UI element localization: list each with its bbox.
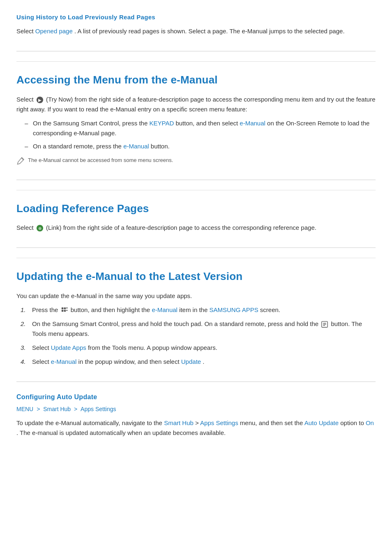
svg-rect-9 — [66, 310, 67, 311]
updating-intro: You can update the e-Manual in the same … — [16, 291, 376, 301]
bullet2-pre: On a standard remote, press the — [33, 143, 123, 150]
emanual-keyword-2: e-Manual — [123, 143, 149, 150]
accessing-menu-section: Accessing the Menu from the e-Manual Sel… — [16, 61, 376, 165]
svg-text:▶: ▶ — [38, 98, 42, 102]
try-now-icon: ▶ — [36, 96, 44, 104]
link-icon: ⊕ — [36, 224, 44, 232]
breadcrumb-smarthub[interactable]: Smart Hub — [43, 406, 71, 412]
step1-apps: SAMSUNG APPS — [209, 306, 258, 313]
step-1: 1. Press the button, and then highlight … — [21, 305, 376, 315]
note-text: The e-Manual cannot be accessed from som… — [28, 156, 173, 165]
step3-update-apps: Update Apps — [51, 344, 86, 351]
loading-paragraph: Select ⊕ (Link) from the right side of a… — [16, 223, 376, 233]
step4-pre: Select — [32, 358, 51, 365]
svg-rect-7 — [64, 310, 66, 312]
section-divider-1 — [16, 51, 376, 51]
auto-update-paragraph: To update the e-Manual automatically, na… — [16, 418, 376, 438]
step-4: 4. Select e-Manual in the popup window, … — [21, 357, 376, 367]
step2-text: On the Samsung Smart Control, press and … — [32, 320, 320, 327]
history-paragraph: Select Opened page . A list of previousl… — [16, 26, 376, 36]
updating-title: Updating the e-Manual to the Latest Vers… — [16, 268, 376, 285]
section-divider-2 — [16, 180, 376, 180]
breadcrumb-menu[interactable]: MENU — [16, 406, 33, 412]
bullet-item-1: On the Samsung Smart Control, press the … — [25, 118, 376, 138]
history-section: Using History to Load Previously Read Pa… — [16, 12, 376, 36]
pencil-icon — [16, 157, 25, 165]
step-3: 3. Select Update Apps from the Tools men… — [21, 343, 376, 353]
step1-emanual: e-Manual — [152, 306, 178, 313]
auto-apps-settings: Apps Settings — [200, 419, 238, 426]
step1-post: item in the — [179, 306, 209, 313]
step4-emanual: e-Manual — [51, 358, 77, 365]
step1-end: screen. — [260, 306, 280, 313]
auto-para-pre: To update the e-Manual automatically, na… — [16, 419, 164, 426]
step3-pre: Select — [32, 344, 51, 351]
auto-end: . The e-manual is updated automatically … — [16, 429, 226, 436]
breadcrumb: MENU > Smart Hub > Apps Settings — [16, 405, 376, 414]
loading-para-post: (Link) from the right side of a feature-… — [46, 224, 316, 231]
keypad-keyword: KEYPAD — [149, 120, 174, 127]
tools-button-icon — [321, 321, 328, 328]
svg-rect-4 — [61, 308, 63, 310]
section-divider-3 — [16, 247, 376, 248]
auto-smarthub: Smart Hub — [164, 419, 194, 426]
auto-option: option to — [340, 419, 366, 426]
auto-update-keyword: Auto Update — [304, 419, 339, 426]
accessing-intro: Select ▶ (Try Now) from the right side o… — [16, 95, 376, 114]
loading-title: Loading Reference Pages — [16, 200, 376, 217]
auto-on-keyword: On — [366, 419, 374, 426]
note-line: The e-Manual cannot be accessed from som… — [16, 156, 376, 165]
bullet1-pre: On the Samsung Smart Control, press the — [33, 120, 149, 127]
updating-section: Updating the e-Manual to the Latest Vers… — [16, 258, 376, 367]
step4-mid: in the popup window, and then select — [78, 358, 181, 365]
history-rest-text: . A list of previously read pages is sho… — [74, 28, 345, 35]
emanual-keyword-1: e-Manual — [240, 120, 265, 127]
history-title: Using History to Load Previously Read Pa… — [16, 12, 376, 22]
svg-rect-8 — [66, 308, 67, 309]
loading-reference-section: Loading Reference Pages Select ⊕ (Link) … — [16, 190, 376, 233]
svg-rect-5 — [64, 308, 66, 310]
auto-sep: > — [195, 419, 200, 426]
history-select-text: Select — [16, 28, 35, 35]
accessing-bullet-list: On the Samsung Smart Control, press the … — [16, 118, 376, 151]
step1-mid: button, and then highlight the — [71, 306, 152, 313]
accessing-title: Accessing the Menu from the e-Manual — [16, 72, 376, 89]
step-2-num: 2. — [21, 319, 26, 329]
svg-rect-6 — [61, 310, 63, 312]
opened-page-link[interactable]: Opened page — [35, 28, 73, 35]
step4-update: Update — [181, 358, 201, 365]
bullet-item-2: On a standard remote, press the e-Manual… — [25, 141, 376, 151]
svg-text:⊕: ⊕ — [38, 226, 42, 231]
apps-button-icon — [61, 307, 68, 314]
select-text: Select — [16, 96, 35, 103]
bullet2-post: button. — [151, 143, 170, 150]
auto-update-section: Configuring Auto Update MENU > Smart Hub… — [16, 392, 376, 438]
breadcrumb-apps-settings[interactable]: Apps Settings — [81, 406, 116, 412]
breadcrumb-sep-1: > — [37, 406, 42, 412]
step3-post: from the Tools menu. A popup window appe… — [88, 344, 217, 351]
updating-steps-list: 1. Press the button, and then highlight … — [16, 305, 376, 367]
bullet1-mid: button, and then select — [175, 120, 240, 127]
auto-mid: menu, and then set the — [240, 419, 304, 426]
step-4-num: 4. — [21, 357, 26, 367]
step-3-num: 3. — [21, 343, 26, 353]
step4-end: . — [203, 358, 204, 365]
section-divider-4 — [16, 382, 376, 382]
auto-update-title: Configuring Auto Update — [16, 392, 376, 402]
breadcrumb-sep-2: > — [74, 406, 79, 412]
step-1-num: 1. — [21, 305, 26, 315]
step-2: 2. On the Samsung Smart Control, press a… — [21, 319, 376, 339]
step1-pre: Press the — [32, 306, 60, 313]
loading-select-text: Select — [16, 224, 35, 231]
accessing-intro-rest: (Try Now) from the right side of a featu… — [16, 96, 376, 113]
